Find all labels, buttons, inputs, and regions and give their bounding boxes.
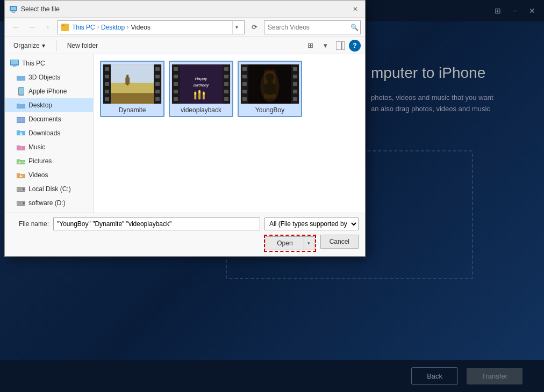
svg-rect-20 xyxy=(18,120,23,120)
sidebar-label-music: Music xyxy=(28,143,45,151)
svg-rect-42 xyxy=(111,93,154,104)
sidebar-item-apple-iphone[interactable]: Apple iPhone xyxy=(5,84,93,98)
dialog-titlebar: Select the file ✕ xyxy=(5,1,365,18)
new-folder-label: New folder xyxy=(67,42,98,49)
svg-rect-1 xyxy=(11,7,16,10)
help-button[interactable]: ? xyxy=(349,40,361,52)
svg-rect-35 xyxy=(18,202,21,204)
dialog-bottom: File name: All (File types supported by … xyxy=(5,213,365,256)
view-icon-btn[interactable]: ⊞ xyxy=(304,39,317,52)
filmstrip-left-videoplayback xyxy=(172,64,180,104)
view-dropdown-btn[interactable]: ▾ xyxy=(319,39,332,52)
svg-rect-14 xyxy=(19,88,24,95)
sidebar-item-desktop[interactable]: Desktop xyxy=(5,98,93,112)
svg-point-51 xyxy=(194,92,196,95)
dialog-content-area: Dynamite xyxy=(94,54,365,213)
filmstrip-right-dynamite xyxy=(154,64,161,104)
sidebar-item-pictures[interactable]: Pictures xyxy=(5,154,93,168)
videos-folder-icon xyxy=(17,171,25,179)
organize-button[interactable]: Organize ▾ xyxy=(9,40,49,51)
svg-rect-5 xyxy=(62,25,65,26)
svg-point-52 xyxy=(198,90,201,93)
video-label-youngboy: YoungBoy xyxy=(255,106,284,114)
open-button[interactable]: Open xyxy=(266,236,303,250)
filmstrip-right-youngboy xyxy=(291,64,299,104)
sidebar-label-downloads: Downloads xyxy=(28,129,60,137)
refresh-button[interactable]: ⟳ xyxy=(248,21,261,34)
filmstrip-right-videoplayback xyxy=(223,64,230,104)
folder-desktop-icon xyxy=(17,101,25,110)
filmstrip-left-dynamite xyxy=(103,64,111,104)
open-dropdown-button[interactable]: ▾ xyxy=(304,236,314,250)
sidebar-item-this-pc[interactable]: This PC xyxy=(5,56,93,70)
sidebar-label-documents: Documents xyxy=(28,115,61,123)
search-icon[interactable]: 🔍 xyxy=(350,24,359,31)
nav-up-button[interactable]: ↑ xyxy=(41,21,54,34)
video-frame-youngboy xyxy=(248,64,291,104)
sidebar-item-documents[interactable]: Documents xyxy=(5,112,93,126)
folder-3d-icon xyxy=(17,73,25,82)
video-item-youngboy[interactable]: YoungBoy xyxy=(238,61,302,117)
new-folder-button[interactable]: New folder xyxy=(63,40,102,51)
filename-label: File name: xyxy=(11,220,49,228)
folder-documents-icon xyxy=(17,115,25,124)
breadcrumb-videos: Videos xyxy=(131,24,150,31)
sidebar-label-3d-objects: 3D Objects xyxy=(28,74,60,81)
sidebar-item-3d-objects[interactable]: 3D Objects xyxy=(5,70,93,84)
filmstrip-left-youngboy xyxy=(241,64,248,104)
pc-icon xyxy=(10,59,19,68)
sidebar-item-videos[interactable]: Videos xyxy=(5,168,93,182)
disk-d-icon xyxy=(17,199,25,207)
svg-rect-3 xyxy=(11,11,16,12)
breadcrumb-this-pc[interactable]: This PC xyxy=(72,24,95,31)
svg-text:♪: ♪ xyxy=(20,146,22,150)
svg-point-53 xyxy=(203,92,205,95)
disk-c-icon xyxy=(17,185,25,193)
sidebar-item-software-d[interactable]: software (D:) xyxy=(5,196,93,210)
breadcrumb-dropdown-btn[interactable]: ▾ xyxy=(232,21,241,34)
filetype-select[interactable]: All (File types supported by the xyxy=(264,217,359,230)
sidebar-item-local-disk-c[interactable]: Local Disk (C:) xyxy=(5,182,93,196)
filename-input[interactable] xyxy=(53,217,260,230)
sidebar-label-pictures: Pictures xyxy=(28,157,52,165)
video-thumbnail-youngboy xyxy=(240,64,299,104)
dialog-overlay: Select the file ✕ ← → ↑ This PC › Deskto… xyxy=(0,0,544,392)
svg-rect-6 xyxy=(336,41,341,50)
svg-rect-40 xyxy=(111,64,154,83)
svg-rect-9 xyxy=(11,60,18,64)
svg-point-15 xyxy=(20,95,22,96)
sidebar-label-videos: Videos xyxy=(28,171,48,179)
video-label-dynamite: Dynamite xyxy=(119,106,146,114)
sidebar-label-local-disk-c: Local Disk (C:) xyxy=(28,185,71,193)
dialog-addressbar: ← → ↑ This PC › Desktop › Videos ▾ ⟳ 🔍 xyxy=(5,18,365,37)
cancel-button[interactable]: Cancel xyxy=(320,235,359,249)
downloads-icon xyxy=(17,129,25,137)
preview-pane-btn[interactable] xyxy=(334,39,347,52)
breadcrumb-desktop[interactable]: Desktop xyxy=(101,24,125,31)
breadcrumb-bar: This PC › Desktop › Videos ▾ xyxy=(58,20,245,34)
svg-rect-19 xyxy=(18,119,24,119)
video-item-videoplayback[interactable]: Happy Birthday xyxy=(169,61,233,117)
organize-label: Organize xyxy=(13,42,40,49)
sidebar-label-desktop: Desktop xyxy=(28,101,52,109)
nav-forward-button[interactable]: → xyxy=(25,21,38,34)
sidebar-item-downloads[interactable]: Downloads xyxy=(5,126,93,140)
svg-rect-11 xyxy=(12,66,17,66)
dialog-main: This PC 3D Objects xyxy=(5,54,365,213)
svg-rect-44 xyxy=(125,77,130,84)
video-frame-videoplayback: Happy Birthday xyxy=(180,64,223,104)
video-thumbnail-videoplayback: Happy Birthday xyxy=(171,64,231,104)
svg-point-60 xyxy=(260,71,279,102)
dialog-app-icon xyxy=(9,5,18,13)
svg-text:Birthday: Birthday xyxy=(194,83,210,88)
sidebar-item-music[interactable]: ♪ Music xyxy=(5,140,93,154)
nav-back-button[interactable]: ← xyxy=(9,21,22,34)
svg-rect-41 xyxy=(111,83,154,93)
search-input[interactable] xyxy=(268,24,348,31)
toolbar-separator xyxy=(56,40,56,51)
sidebar-label-software-d: software (D:) xyxy=(28,199,66,207)
music-icon: ♪ xyxy=(17,143,25,151)
dialog-close-button[interactable]: ✕ xyxy=(350,4,361,14)
video-label-videoplayback: videoplayback xyxy=(181,106,221,114)
video-item-dynamite[interactable]: Dynamite xyxy=(100,61,164,117)
